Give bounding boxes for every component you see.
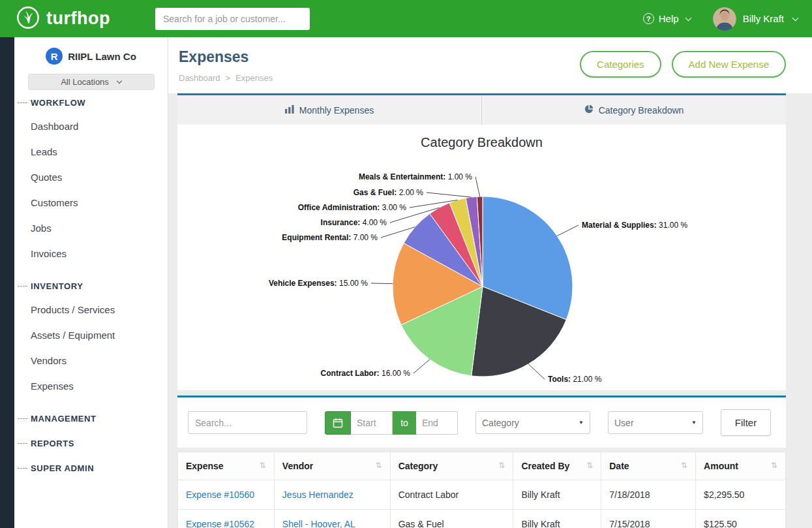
sort-icon[interactable]: ⇅ [771, 461, 777, 470]
brand-logo[interactable]: turfhop [16, 5, 155, 33]
start-date-input[interactable] [351, 411, 393, 435]
tree-dash-icon [18, 102, 27, 103]
pie-label-office-administration: Office Administration: 3.00 % [298, 203, 407, 212]
brand-name: turfhop [46, 8, 110, 29]
sidebar-item-jobs[interactable]: Jobs [14, 215, 168, 241]
breadcrumb-current: Expenses [235, 73, 273, 83]
column-header-vendor[interactable]: Vendor⇅ [274, 452, 390, 480]
help-label: Help [659, 13, 679, 24]
left-rail [0, 37, 14, 528]
sidebar-item-quotes[interactable]: Quotes [14, 164, 168, 190]
user-menu[interactable]: Billy Kraft [713, 7, 798, 31]
sidebar-item-dashboard[interactable]: Dashboard [14, 114, 168, 139]
tab-label: Category Breakdown [599, 105, 684, 116]
sort-icon[interactable]: ⇅ [260, 461, 266, 470]
pie-label-meals-entertainment: Meals & Entertainment: 1.00 % [359, 172, 472, 181]
user-select[interactable]: User ▼ [608, 411, 703, 434]
main-area: Expenses Dashboard > Expenses Categories… [168, 37, 812, 528]
tree-dash-icon [18, 443, 27, 444]
column-header-category[interactable]: Category⇅ [390, 452, 513, 480]
tab-monthly-expenses[interactable]: Monthly Expenses [177, 95, 482, 125]
sidebar-item-products-services[interactable]: Products / Services [14, 297, 168, 322]
column-header-created-by[interactable]: Created By⇅ [513, 452, 601, 480]
pie-chart-icon [584, 104, 594, 116]
vendor-link[interactable]: Shell - Hoover, AL [282, 519, 355, 528]
expenses-table: Expense⇅ Vendor⇅ Category⇅ Created By⇅ D… [177, 452, 786, 528]
created-by-cell: Billy Kraft [513, 510, 601, 528]
filter-button[interactable]: Filter [721, 409, 771, 436]
column-label: Date [609, 461, 629, 471]
add-new-expense-button[interactable]: Add New Expense [672, 51, 786, 78]
pie-label-equipment-rental: Equipment Rental: 7.00 % [282, 233, 378, 242]
expense-link[interactable]: Expense #10562 [186, 519, 254, 528]
pie-leader-line [528, 364, 545, 379]
sidebar-item-assets-equipment[interactable]: Assets / Equipment [14, 322, 168, 348]
category-select-value: Category [482, 418, 519, 428]
date-range-group: to [325, 411, 458, 435]
sidebar-section-super-admin: SUPER ADMIN [14, 463, 168, 473]
sort-icon[interactable]: ⇅ [586, 461, 593, 470]
user-select-value: User [614, 418, 634, 428]
pie-label-vehicle-expenses: Vehicle Expenses: 15.00 % [269, 279, 368, 288]
category-cell: Contract Labor [390, 480, 513, 510]
date-range-to-label: to [393, 411, 416, 435]
expense-link[interactable]: Expense #10560 [186, 489, 254, 500]
column-header-expense[interactable]: Expense⇅ [178, 452, 275, 480]
column-header-date[interactable]: Date⇅ [601, 452, 696, 480]
amount-cell: $2,295.50 [696, 480, 786, 510]
table-header-row: Expense⇅ Vendor⇅ Category⇅ Created By⇅ D… [178, 452, 786, 480]
breadcrumb-dashboard[interactable]: Dashboard [179, 73, 220, 83]
sort-icon[interactable]: ⇅ [681, 461, 687, 470]
sidebar-item-vendors[interactable]: Vendors [14, 348, 168, 373]
page-actions: Categories Add New Expense [580, 51, 786, 78]
topbar-right: ? Help Billy Kraft [643, 7, 798, 31]
sidebar-section-label: WORKFLOW [31, 98, 85, 108]
category-cell: Gas & Fuel [390, 510, 513, 528]
created-by-cell: Billy Kraft [513, 480, 601, 510]
company-name: RIIPL Lawn Co [68, 51, 136, 62]
global-search-input[interactable] [155, 8, 310, 30]
topbar: turfhop ? Help Billy Kraft [0, 0, 812, 37]
column-header-amount[interactable]: Amount⇅ [696, 452, 786, 480]
sidebar-item-expenses[interactable]: Expenses [14, 373, 168, 399]
sidebar-section-inventory: INVENTORY [14, 281, 168, 291]
tab-category-breakdown[interactable]: Category Breakdown [482, 95, 786, 125]
help-icon: ? [643, 13, 654, 24]
chevron-down-icon [792, 14, 799, 21]
calendar-button[interactable] [325, 411, 351, 435]
column-label: Expense [186, 461, 224, 471]
sort-icon[interactable]: ⇅ [376, 461, 382, 470]
sidebar-item-leads[interactable]: Leads [14, 139, 168, 164]
end-date-input[interactable] [416, 411, 458, 435]
vendor-link[interactable]: Jesus Hernandez [282, 489, 353, 500]
sidebar-section-label: INVENTORY [31, 281, 83, 291]
app-shell: R RIIPL Lawn Co All Locations WORKFLOWDa… [0, 37, 812, 528]
pie-leader-line [414, 360, 430, 373]
sidebar-section-management: MANAGEMENT [14, 414, 168, 424]
sidebar-section-label: MANAGEMENT [31, 414, 97, 424]
page-header: Expenses Dashboard > Expenses Categories… [168, 37, 812, 93]
column-label: Category [398, 461, 438, 471]
sidebar-item-invoices[interactable]: Invoices [14, 241, 168, 266]
pie-leader-line [427, 193, 472, 197]
column-label: Vendor [282, 461, 313, 471]
sort-icon[interactable]: ⇅ [498, 461, 505, 470]
help-menu[interactable]: ? Help [643, 13, 691, 24]
locations-label: All Locations [61, 77, 109, 87]
category-select[interactable]: Category ▼ [475, 411, 590, 434]
bar-chart-icon [285, 105, 294, 116]
chevron-down-icon [685, 14, 691, 21]
locations-selector[interactable]: All Locations [28, 74, 155, 90]
pie-leader-line [475, 177, 480, 196]
date-cell: 7/18/2018 [601, 480, 696, 510]
column-label: Amount [704, 461, 738, 471]
table-search-input[interactable] [188, 411, 307, 434]
sidebar-section-reports: REPORTS [14, 439, 168, 448]
chart-card: Category Breakdown Material & Supplies: … [177, 125, 786, 390]
pie-label-tools: Tools: 21.00 % [548, 375, 602, 384]
pie-label-insurance: Insurance: 4.00 % [321, 218, 387, 227]
sidebar-item-customers[interactable]: Customers [14, 190, 168, 215]
tree-dash-icon [18, 418, 27, 419]
page-title: Expenses [179, 48, 273, 66]
categories-button[interactable]: Categories [580, 51, 661, 78]
